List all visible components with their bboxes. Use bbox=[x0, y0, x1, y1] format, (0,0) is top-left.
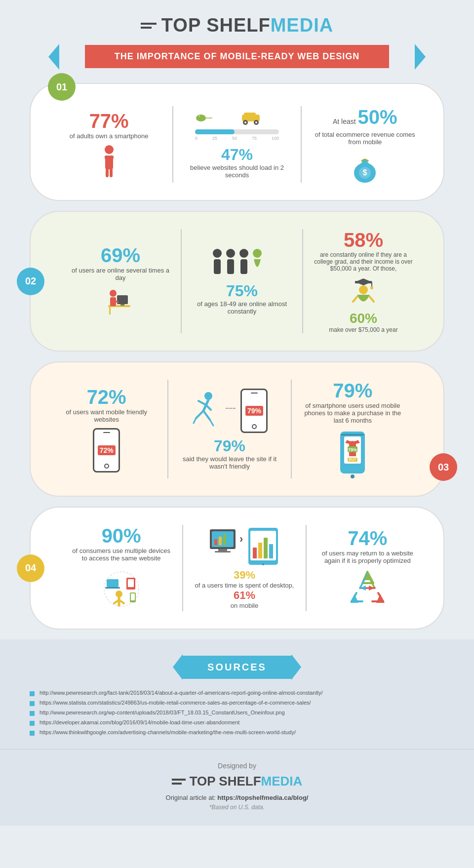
stat-03-2-percent: 79% bbox=[214, 437, 245, 455]
svg-line-51 bbox=[203, 411, 210, 420]
phone-top-bar2 bbox=[251, 393, 258, 394]
stat-01-2-percent: 47% bbox=[221, 146, 253, 164]
stat-03-3: 79% of smartphone users used mobile phon… bbox=[297, 380, 409, 478]
progress-label-25: 25 bbox=[212, 136, 217, 141]
svg-rect-56 bbox=[341, 434, 364, 435]
sources-list: http://www.pewresearch.org/fact-tank/201… bbox=[30, 690, 444, 736]
recycle-icon bbox=[348, 569, 387, 609]
people-group-icon bbox=[207, 247, 276, 282]
phone-72-label: 72% bbox=[98, 445, 116, 455]
svg-point-43 bbox=[359, 285, 368, 294]
stat-04-3-percent: 74% bbox=[348, 527, 387, 550]
sources-arrow-right-icon bbox=[291, 654, 301, 680]
phone-button2 bbox=[252, 424, 257, 429]
progress-label-100: 100 bbox=[272, 136, 279, 141]
divider-4 bbox=[302, 229, 303, 333]
footer-url: https://topshelfmedia.ca/blog/ bbox=[217, 794, 308, 801]
section-04-content: 90% of consumers use multiple devices to… bbox=[65, 525, 424, 611]
section-03: 03 72% of users want mobile friendly web… bbox=[30, 361, 444, 497]
section-01-content: 77% of adults own a smartphone bbox=[50, 106, 424, 183]
sources-arrow-left-icon bbox=[173, 654, 183, 680]
divider-7 bbox=[182, 525, 183, 611]
source-text-2: https://www.statista.com/statistics/2498… bbox=[40, 700, 311, 706]
svg-point-32 bbox=[213, 249, 222, 258]
section-02: 02 69% of users are online several times… bbox=[30, 211, 444, 352]
section-02-content: 69% of users are online several times a … bbox=[65, 229, 419, 333]
stat-01-3: At least 50% of total ecommerce revenue … bbox=[307, 106, 424, 183]
banner-row: THE IMPORTANCE OF MOBILE-READY WEB DESIG… bbox=[30, 45, 444, 68]
logo-line-bottom bbox=[141, 27, 152, 29]
header-content: TOP SHELFMEDIA THE IMPORTANCE OF MOBILE-… bbox=[0, 0, 474, 78]
source-bullet-2 bbox=[30, 701, 35, 706]
source-text-4: https://developer.akamai.com/blog/2016/0… bbox=[40, 719, 239, 725]
svg-point-57 bbox=[351, 474, 355, 478]
svg-point-29 bbox=[110, 290, 117, 297]
footer-note: *Based on U.S. data. bbox=[10, 804, 464, 811]
footer-logo: TOP SHELFMEDIA bbox=[10, 774, 464, 789]
banner-arrow-left-icon bbox=[48, 44, 59, 70]
stat-02-2: 75% of ages 18-49 are online almost cons… bbox=[187, 247, 297, 315]
stat-04-1: 90% of consumers use multiple devices to… bbox=[65, 525, 177, 611]
divider-6 bbox=[291, 380, 292, 478]
banner-box: THE IMPORTANCE OF MOBILE-READY WEB DESIG… bbox=[85, 45, 389, 68]
stat-02-1: 69% of users are online several times a … bbox=[65, 244, 176, 318]
logo-text: TOP SHELFMEDIA bbox=[161, 15, 333, 36]
svg-line-44 bbox=[353, 297, 357, 302]
progress-labels: 0 25 50 75 100 bbox=[195, 136, 279, 141]
svg-line-50 bbox=[196, 411, 203, 418]
stat-03-3-text: of smartphone users used mobile phones t… bbox=[302, 402, 404, 424]
arrow-dashed bbox=[226, 408, 236, 409]
section-03-number: 03 bbox=[430, 453, 457, 481]
section-01-number: 01 bbox=[48, 73, 76, 101]
source-bullet-1 bbox=[30, 691, 35, 696]
stat-03-3-percent: 79% bbox=[333, 380, 372, 402]
stat-02-1-percent: 69% bbox=[101, 244, 140, 267]
stat-04-2-percent1: 39% bbox=[234, 569, 255, 582]
section-01: 01 77% of adults own a smartphone bbox=[30, 83, 444, 201]
stat-01-1-row: 77% bbox=[89, 110, 129, 132]
source-bullet-4 bbox=[30, 721, 35, 726]
svg-rect-12 bbox=[244, 113, 256, 118]
source-item-4: https://developer.akamai.com/blog/2016/0… bbox=[30, 719, 444, 726]
svg-text:79%: 79% bbox=[348, 447, 357, 452]
svg-rect-86 bbox=[258, 543, 262, 558]
stat-02-2-text: of ages 18-49 are online almost constant… bbox=[192, 300, 292, 315]
svg-marker-90 bbox=[350, 594, 358, 603]
source-bullet-3 bbox=[30, 711, 35, 716]
footer-logo-text: TOP SHELFMEDIA bbox=[190, 774, 303, 789]
svg-rect-75 bbox=[214, 539, 217, 545]
svg-rect-64 bbox=[105, 587, 120, 589]
stat-03-1: 72% of users want mobile friendly websit… bbox=[50, 386, 162, 473]
section-04: 04 90% of consumers use multiple devices… bbox=[30, 507, 444, 630]
svg-rect-79 bbox=[218, 549, 227, 551]
banner-arrow-right-icon bbox=[415, 44, 426, 70]
phone-79-label: 79% bbox=[245, 406, 263, 416]
svg-point-84 bbox=[262, 563, 264, 565]
stat-01-3-pre: At least 50% bbox=[333, 106, 397, 128]
svg-line-48 bbox=[198, 401, 206, 405]
section-02-number: 02 bbox=[17, 268, 44, 295]
section-04-number: 04 bbox=[17, 554, 44, 582]
logo-lines-icon bbox=[141, 23, 157, 29]
multi-device-icon bbox=[99, 567, 144, 611]
progress-track bbox=[195, 129, 279, 134]
svg-rect-33 bbox=[214, 259, 221, 274]
stat-04-2-text2: on mobile bbox=[231, 602, 258, 609]
svg-rect-85 bbox=[253, 548, 257, 558]
desk-person-icon bbox=[103, 286, 138, 318]
divider-5 bbox=[167, 380, 168, 478]
progress-label-75: 75 bbox=[252, 136, 257, 141]
svg-point-34 bbox=[226, 249, 235, 258]
source-item-2: https://www.statista.com/statistics/2498… bbox=[30, 700, 444, 706]
stat-03-2-text: said they would leave the site if it was… bbox=[178, 455, 280, 470]
source-item-3: http://www.pewresearch.org/wp-content/up… bbox=[30, 710, 444, 716]
stat-04-1-text: of consumers use multiple devices to acc… bbox=[70, 547, 172, 562]
svg-rect-68 bbox=[131, 593, 135, 600]
section-01-card: 01 77% of adults own a smartphone bbox=[30, 83, 444, 201]
svg-rect-37 bbox=[240, 259, 247, 274]
footer-logo-lines-icon bbox=[172, 779, 186, 785]
logo: TOP SHELFMEDIA bbox=[10, 15, 464, 36]
footer: Designed by TOP SHELFMEDIA Original arti… bbox=[0, 749, 474, 826]
footer-article: Original article at: https://topshelfmed… bbox=[10, 794, 464, 801]
runner-icon bbox=[191, 391, 221, 431]
